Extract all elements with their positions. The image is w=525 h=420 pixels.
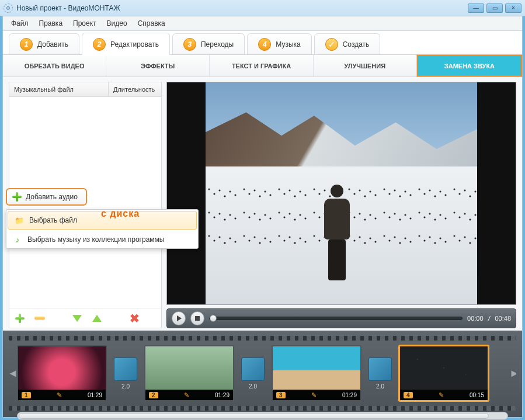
popup-choose-file[interactable]: 📁 Выбрать файл с диска [8,211,197,230]
clip-duration: 00:15 [470,392,484,398]
transition-slot[interactable]: 2.0 [240,357,266,390]
plus-icon [12,192,22,202]
col-filename: Музыкальный файл [9,82,109,96]
window-controls: — ▭ × [468,4,521,13]
step-number-icon: 4 [258,38,271,51]
maximize-button[interactable]: ▭ [486,4,503,13]
arrow-down-icon [72,315,82,322]
subtab-audio-replace[interactable]: ЗАМЕНА ЗВУКА [417,55,522,77]
step-edit[interactable]: 2 Редактировать [82,33,170,55]
subtab-text[interactable]: ТЕКСТ И ГРАФИКА [210,55,313,77]
player-controls: 00:00 / 00:48 [166,308,516,328]
subtab-trim[interactable]: ОБРЕЗАТЬ ВИДЕО [3,55,106,77]
play-icon [177,315,182,321]
pencil-icon[interactable]: ✎ [184,391,189,399]
folder-icon: 📁 [14,215,25,225]
seek-slider[interactable] [209,317,463,320]
audio-toolbar: ✖ [9,308,161,328]
clip-index: 4 [404,392,413,398]
x-icon: ✖ [130,313,140,324]
arrow-up-icon [92,315,102,322]
step-number-icon: 3 [183,38,196,51]
timeline-scrollbar[interactable] [17,412,508,420]
titlebar: ⚙ Новый проект - ВидеоМОНТАЖ — ▭ × [0,0,525,16]
clip-index: 2 [149,392,158,398]
pencil-icon[interactable]: ✎ [57,391,62,399]
step-add[interactable]: 1 Добавить [9,33,79,54]
transition-duration: 2.0 [376,383,384,390]
menubar: Файл Правка Проект Видео Справка [3,16,522,30]
pencil-icon[interactable]: ✎ [439,391,444,399]
transition-icon[interactable] [368,357,392,381]
audio-list-header: Музыкальный файл Длительность [9,82,161,97]
remove-track-button[interactable] [33,311,47,325]
step-label: Музыка [276,40,300,48]
timeline-clip[interactable]: 4 ✎ 00:15 [399,345,489,401]
preview-panel: 00:00 / 00:48 [166,82,516,328]
timeline: ◄ 1 ✎ 01:29 2.0 2 ✎ 01:29 [3,331,522,417]
clip-thumbnail [145,346,233,390]
move-up-button[interactable] [90,311,104,325]
timeline-clip[interactable]: 2 ✎ 01:29 [144,345,234,401]
clip-thumbnail [18,346,106,390]
menu-file[interactable]: Файл [6,18,33,29]
timeline-clip[interactable]: 1 ✎ 01:29 [17,345,107,401]
window-title: Новый проект - ВидеоМОНТАЖ [16,4,120,12]
step-number-icon: 1 [20,38,33,51]
annotation-from-disk: с диска [101,209,140,219]
stop-button[interactable] [190,311,204,325]
step-create[interactable]: ✓ Создать [314,33,381,54]
timeline-scroll-left[interactable]: ◄ [9,367,16,380]
audio-panel: Музыкальный файл Длительность Добавить а… [9,82,162,328]
subtab-enhance[interactable]: УЛУЧШЕНИЯ [314,55,417,77]
timeline-scroll-right[interactable]: ► [509,367,516,380]
audio-list[interactable]: Добавить аудио 📁 Выбрать файл с диска ♪ … [9,97,161,308]
step-music[interactable]: 4 Музыка [247,33,311,54]
add-audio-label: Добавить аудио [26,193,78,201]
menu-help[interactable]: Справка [133,18,170,29]
move-down-button[interactable] [70,311,84,325]
step-label: Редактировать [110,40,159,48]
app-icon: ⚙ [4,4,13,13]
step-label: Создать [343,40,370,48]
clip-thumbnail [273,346,360,390]
step-transitions[interactable]: 3 Переходы [172,33,245,54]
clips-row: ◄ 1 ✎ 01:29 2.0 2 ✎ 01:29 [9,341,516,406]
transition-icon[interactable] [114,357,137,381]
add-track-button[interactable] [13,311,27,325]
popup-item-label: Выбрать файл [29,216,77,224]
timeline-clip[interactable]: 3 ✎ 01:29 [272,345,361,401]
clip-duration: 01:29 [215,392,230,398]
transition-icon[interactable] [241,357,265,381]
popup-from-library[interactable]: ♪ Выбрать музыку из коллекции программы [6,231,198,248]
stop-icon [195,316,200,321]
subtab-effects[interactable]: ЭФФЕКТЫ [106,55,210,77]
transition-duration: 2.0 [121,383,130,390]
step-number-icon: 2 [93,38,106,51]
transition-slot[interactable]: 2.0 [113,357,138,390]
menu-edit[interactable]: Правка [34,18,68,29]
sub-tabs: ОБРЕЗАТЬ ВИДЕО ЭФФЕКТЫ ТЕКСТ И ГРАФИКА У… [3,55,522,77]
col-duration: Длительность [109,82,161,96]
add-audio-popup: 📁 Выбрать файл с диска ♪ Выбрать музыку … [6,209,199,249]
step-label: Переходы [201,40,234,48]
scrollbar-thumb[interactable] [19,413,489,419]
minimize-button[interactable]: — [468,4,484,13]
transition-duration: 2.0 [249,383,257,390]
step-tabs: 1 Добавить 2 Редактировать 3 Переходы 4 … [3,30,522,55]
add-audio-button[interactable]: Добавить аудио [6,188,87,206]
play-button[interactable] [172,311,186,325]
seek-knob[interactable] [210,315,217,322]
clip-index: 3 [276,392,286,398]
film-edge-top [9,336,516,341]
clip-duration: 01:29 [342,392,357,398]
menu-video[interactable]: Видео [102,18,132,29]
plus-icon [15,313,25,324]
close-button[interactable]: × [505,4,521,13]
menu-project[interactable]: Проект [68,18,101,29]
delete-track-button[interactable]: ✖ [127,311,141,325]
pencil-icon[interactable]: ✎ [311,391,317,399]
film-edge-bottom [9,406,516,411]
transition-slot[interactable]: 2.0 [367,357,393,390]
video-viewport[interactable] [166,82,516,305]
